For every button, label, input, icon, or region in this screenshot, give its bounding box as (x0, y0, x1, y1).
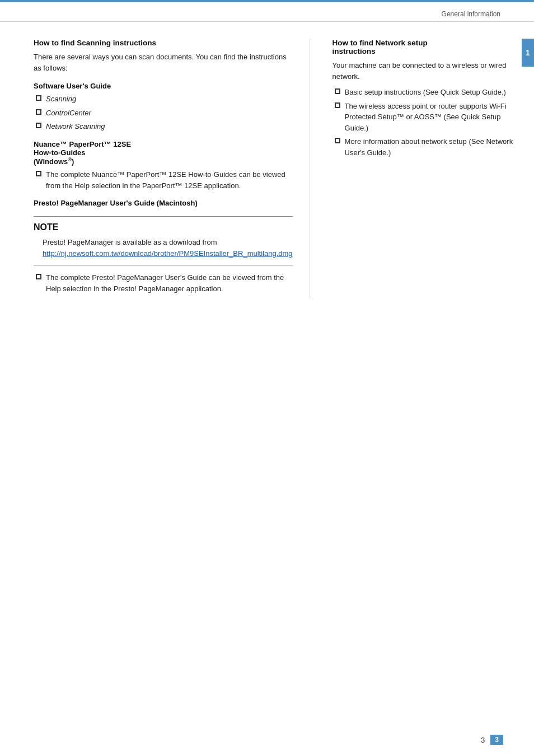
list-item: ControlCenter (36, 108, 293, 119)
network-section-heading: How to find Network setup instructions (332, 39, 517, 55)
software-guide-label: Software User's Guide (34, 82, 293, 90)
nuance-list: The complete Nuance™ PaperPort™ 12SE How… (34, 169, 293, 191)
list-item-text: Basic setup instructions (See Quick Setu… (345, 87, 506, 98)
network-list: Basic setup instructions (See Quick Setu… (332, 87, 517, 158)
left-column: How to find Scanning instructions There … (0, 39, 310, 298)
bullet-icon (36, 109, 41, 115)
presto-heading: Presto! PageManager User's Guide (Macint… (34, 199, 293, 207)
list-item: Basic setup instructions (See Quick Setu… (335, 87, 517, 98)
nuance-heading-line2: How-to-Guides (34, 148, 85, 157)
header-title: General information (442, 10, 500, 18)
list-item-text: Scanning (46, 94, 76, 105)
note-text: Presto! PageManager is available as a do… (43, 238, 217, 246)
page-number-box: 3 (490, 735, 503, 745)
list-item: Scanning (36, 94, 293, 105)
chapter-tab: 1 (522, 39, 534, 67)
top-border (0, 0, 534, 2)
network-intro: Your machine can be connected to a wirel… (332, 60, 517, 82)
list-item: Network Scanning (36, 121, 293, 132)
list-item: More information about network setup (Se… (335, 136, 517, 158)
page-number-label: 3 (481, 736, 485, 744)
list-item: The complete Nuance™ PaperPort™ 12SE How… (36, 169, 293, 191)
network-heading-line1: How to find Network setup (332, 39, 428, 47)
list-item-text: Network Scanning (46, 121, 105, 132)
page-footer: 3 3 (481, 735, 503, 745)
presto-list: The complete Presto! PageManager User's … (34, 272, 293, 294)
scanning-section-heading: How to find Scanning instructions (34, 39, 293, 47)
list-item: The complete Presto! PageManager User's … (36, 272, 293, 294)
list-item-text: The complete Nuance™ PaperPort™ 12SE How… (46, 169, 293, 191)
network-heading-line2: instructions (332, 47, 376, 55)
list-item-text: The complete Presto! PageManager User's … (46, 272, 293, 294)
page-number-value: 3 (495, 736, 499, 744)
nuance-heading-line1: Nuance™ PaperPort™ 12SE (34, 140, 131, 148)
bullet-icon (36, 171, 41, 176)
chapter-number: 1 (526, 48, 530, 57)
bullet-icon (36, 95, 41, 101)
bullet-icon (36, 274, 41, 279)
nuance-heading-line3: (Windows®) (34, 157, 74, 166)
note-content: Presto! PageManager is available as a do… (34, 237, 293, 259)
bullet-icon (335, 88, 340, 94)
page-header: General information (0, 0, 534, 22)
list-item-text: The wireless access point or router supp… (345, 101, 517, 134)
software-guide-list: Scanning ControlCenter Network Scanning (34, 94, 293, 132)
right-column: How to find Network setup instructions Y… (310, 39, 534, 298)
note-link[interactable]: http://nj.newsoft.com.tw/download/brothe… (43, 249, 293, 258)
bullet-icon (36, 123, 41, 128)
bullet-icon (335, 102, 340, 108)
nuance-heading: Nuance™ PaperPort™ 12SE How-to-Guides (W… (34, 140, 293, 166)
note-label: NOTE (34, 222, 293, 232)
scanning-intro: There are several ways you can scan docu… (34, 52, 293, 74)
list-item-text: ControlCenter (46, 108, 91, 119)
note-box: NOTE Presto! PageManager is available as… (34, 216, 293, 265)
list-item: The wireless access point or router supp… (335, 101, 517, 134)
bullet-icon (335, 138, 340, 143)
main-content: How to find Scanning instructions There … (0, 22, 534, 315)
list-item-text: More information about network setup (Se… (345, 136, 517, 158)
